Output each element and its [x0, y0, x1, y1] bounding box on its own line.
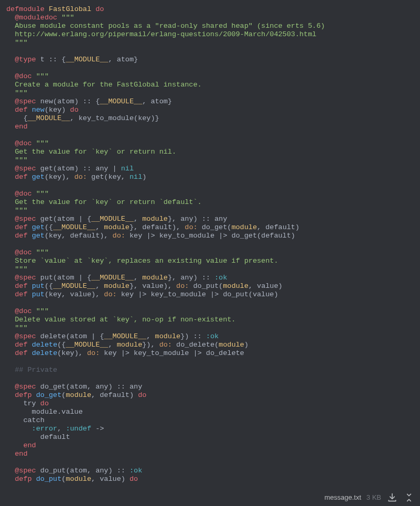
code-line: Store `value` at `key`, replaces an exis… [6, 257, 414, 265]
code-line: end [6, 123, 414, 131]
code-line [6, 47, 414, 56]
code-line: @spec get(atom | {__MODULE__, module}, a… [6, 215, 414, 223]
code-line: Abuse module constant pools as a "read-o… [6, 22, 414, 30]
code-line: def put(key, value), do: key |> key_to_m… [6, 290, 414, 299]
code-line: :error, :undef -> [6, 425, 414, 433]
code-line: def put({__MODULE__, module}, value), do… [6, 282, 414, 290]
code-line: try do [6, 400, 414, 408]
code-line: end [6, 450, 414, 458]
code-line: Create a module for the FastGlobal insta… [6, 81, 414, 89]
code-line [6, 181, 414, 190]
code-line: def get(key), do: get(key, nil) [6, 173, 414, 181]
filesize-label: 3 KB [367, 493, 381, 502]
code-line: Get the value for `key` or return nil. [6, 148, 414, 156]
code-line: def new(key) do [6, 106, 414, 114]
code-line: @spec put(atom | {__MODULE__, module}, a… [6, 274, 414, 282]
code-line: """ [6, 39, 414, 47]
code-line: end [6, 442, 414, 450]
code-line [6, 458, 414, 467]
filename-label: message.txt [325, 493, 361, 502]
code-line: default [6, 433, 414, 442]
code-line: defp do_put(module, value) do [6, 475, 414, 483]
code-line: @doc """ [6, 249, 414, 257]
code-line [6, 358, 414, 366]
code-line: """ [6, 89, 414, 98]
code-line [6, 64, 414, 72]
code-line [6, 131, 414, 139]
attachment-footer: message.txt 3 KB [0, 489, 420, 506]
code-line: def get({__MODULE__, module}, default), … [6, 223, 414, 232]
code-line [6, 374, 414, 383]
code-line: """ [6, 265, 414, 274]
code-line: catch [6, 416, 414, 425]
code-line: def delete(key), do: key |> key_to_modul… [6, 349, 414, 358]
code-line: @doc """ [6, 307, 414, 316]
code-line: {__MODULE__, key_to_module(key)} [6, 114, 414, 123]
expand-icon[interactable] [403, 492, 415, 503]
code-line: defmodule FastGlobal do [6, 5, 414, 14]
code-line: http://www.erlang.org/pipermail/erlang-q… [6, 30, 414, 39]
code-line: @spec new(atom) :: {__MODULE__, atom} [6, 98, 414, 106]
code-line: def get(key, default), do: key |> key_to… [6, 232, 414, 240]
code-line: @type t :: {__MODULE__, atom} [6, 56, 414, 64]
code-line: module.value [6, 408, 414, 416]
code-line: @spec delete(atom | {__MODULE__, module}… [6, 332, 414, 341]
code-line: @spec do_get(atom, any) :: any [6, 383, 414, 391]
code-line: @doc """ [6, 190, 414, 198]
code-line: Delete value stored at `key`, no-op if n… [6, 316, 414, 324]
code-line: ## Private [6, 366, 414, 374]
code-line: @spec do_put(atom, any) :: :ok [6, 467, 414, 475]
code-line: defp do_get(module, default) do [6, 391, 414, 400]
code-line: def delete({__MODULE__, module}), do: do… [6, 341, 414, 349]
code-line: Get the value for `key` or return `defau… [6, 198, 414, 207]
code-line: @doc """ [6, 72, 414, 81]
code-line [6, 299, 414, 307]
code-line: """ [6, 156, 414, 165]
code-line: @spec get(atom) :: any | nil [6, 165, 414, 173]
code-viewer: defmodule FastGlobal do @moduledoc """ A… [0, 0, 420, 489]
code-line: @moduledoc """ [6, 14, 414, 22]
code-line: """ [6, 207, 414, 215]
code-line: """ [6, 324, 414, 332]
code-line [6, 240, 414, 249]
code-line: @doc """ [6, 139, 414, 148]
download-icon[interactable] [386, 492, 398, 503]
